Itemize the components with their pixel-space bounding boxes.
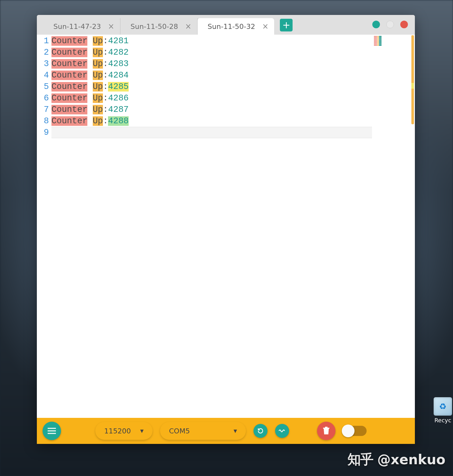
line-number: 6 — [37, 92, 49, 104]
token-counter: Counter — [51, 116, 87, 126]
tab-0[interactable]: Sun-11-47-23 × — [43, 18, 120, 35]
minimap-line — [374, 38, 413, 39]
line-number: 3 — [37, 58, 49, 70]
line-number: 2 — [37, 47, 49, 58]
code-line: Counter Up:4287 — [51, 104, 372, 115]
minimap-line — [374, 42, 413, 43]
token-sep: : — [103, 93, 108, 103]
tab-bar: Sun-11-47-23 × Sun-11-50-28 × Sun-11-50-… — [43, 15, 274, 35]
wave-icon — [279, 429, 286, 433]
tab-label: Sun-11-50-32 — [208, 23, 255, 31]
toggle-knob — [342, 425, 355, 437]
port-select[interactable]: COM5 ▼ — [160, 422, 246, 440]
token-sep: : — [103, 105, 108, 114]
token-up: Up — [93, 116, 103, 126]
menu-button[interactable] — [43, 422, 61, 440]
code-line: Counter Up:4288 — [51, 115, 372, 127]
line-number: 1 — [37, 35, 49, 47]
token-value: 4284 — [108, 71, 129, 80]
close-window-button[interactable] — [400, 21, 408, 28]
delete-button[interactable] — [317, 422, 335, 440]
refresh-icon — [257, 428, 264, 434]
close-icon[interactable]: × — [185, 23, 191, 30]
tab-2[interactable]: Sun-11-50-32 × — [198, 18, 274, 35]
editor-area: 1 2 3 4 5 6 7 8 9 Counter Up:4281Counter… — [37, 35, 415, 418]
token-counter: Counter — [51, 59, 87, 69]
tab-1[interactable]: Sun-11-50-28 × — [120, 18, 198, 35]
token-counter: Counter — [51, 105, 87, 114]
tab-label: Sun-11-47-23 — [53, 23, 101, 31]
token-value: 4285 — [108, 82, 129, 92]
baud-value: 115200 — [104, 427, 131, 435]
token-value: 4287 — [108, 105, 129, 114]
minimap-line — [374, 41, 413, 42]
minimap[interactable] — [372, 35, 415, 418]
titlebar[interactable]: Sun-11-47-23 × Sun-11-50-28 × Sun-11-50-… — [37, 15, 415, 35]
token-up: Up — [93, 48, 103, 57]
bottom-toolbar: 115200 ▼ COM5 ▼ — [37, 418, 415, 444]
code-line: Counter Up:4282 — [51, 47, 372, 58]
token-up: Up — [93, 71, 103, 80]
line-number: 5 — [37, 81, 49, 92]
code-line: Counter Up:4281 — [51, 35, 372, 47]
recycle-bin[interactable]: ♻ Recyc — [431, 397, 453, 424]
refresh-button[interactable] — [254, 424, 267, 438]
token-counter: Counter — [51, 82, 87, 92]
close-icon[interactable]: × — [262, 23, 268, 30]
token-up: Up — [93, 105, 103, 114]
add-tab-button[interactable]: + — [280, 19, 293, 31]
watermark-handle: @xenkuo — [377, 452, 445, 467]
token-sep: : — [103, 71, 108, 80]
chevron-down-icon: ▼ — [140, 428, 144, 433]
text-editor[interactable]: 1 2 3 4 5 6 7 8 9 Counter Up:4281Counter… — [37, 35, 372, 418]
code-line: Counter Up:4286 — [51, 92, 372, 104]
minimap-scrollbar[interactable] — [411, 35, 414, 124]
token-up: Up — [93, 82, 103, 92]
trash-icon — [323, 427, 330, 435]
token-up: Up — [93, 36, 103, 46]
token-value: 4282 — [108, 48, 129, 57]
code-line: Counter Up:4285 — [51, 81, 372, 92]
minimap-line — [374, 36, 413, 37]
minimap-line — [374, 37, 413, 38]
token-sep: : — [103, 116, 108, 126]
code-line-current[interactable] — [51, 127, 372, 138]
hamburger-icon — [48, 428, 56, 434]
code-body[interactable]: Counter Up:4281Counter Up:4282Counter Up… — [51, 35, 372, 418]
baud-select[interactable]: 115200 ▼ — [95, 422, 152, 440]
minimize-button[interactable] — [372, 21, 380, 28]
zhihu-logo: 知乎 — [348, 451, 373, 468]
token-sep: : — [103, 82, 108, 92]
token-value: 4283 — [108, 59, 129, 69]
watermark: 知乎 @xenkuo — [348, 451, 445, 468]
token-up: Up — [93, 59, 103, 69]
token-value: 4286 — [108, 93, 129, 103]
token-sep: : — [103, 48, 108, 57]
app-window: Sun-11-47-23 × Sun-11-50-28 × Sun-11-50-… — [37, 15, 415, 444]
token-value: 4288 — [108, 116, 129, 126]
token-counter: Counter — [51, 93, 87, 103]
plus-icon: + — [282, 20, 290, 30]
line-number: 4 — [37, 70, 49, 81]
token-counter: Counter — [51, 48, 87, 57]
token-up: Up — [93, 93, 103, 103]
code-line: Counter Up:4283 — [51, 58, 372, 70]
line-number: 8 — [37, 115, 49, 127]
window-controls — [372, 21, 408, 28]
maximize-button[interactable] — [386, 21, 394, 28]
line-number: 9 — [37, 127, 49, 138]
toggle-switch[interactable] — [343, 426, 367, 436]
code-line: Counter Up:4284 — [51, 70, 372, 81]
close-icon[interactable]: × — [108, 23, 114, 30]
port-value: COM5 — [169, 427, 190, 435]
connect-button[interactable] — [275, 424, 289, 438]
line-number: 7 — [37, 104, 49, 115]
token-counter: Counter — [51, 36, 87, 46]
token-counter: Counter — [51, 71, 87, 80]
minimap-marker — [411, 83, 414, 89]
recycle-bin-label: Recyc — [434, 417, 451, 424]
token-sep: : — [103, 59, 108, 69]
minimap-line — [374, 44, 413, 44]
line-gutter: 1 2 3 4 5 6 7 8 9 — [37, 35, 51, 418]
recycle-bin-icon: ♻ — [434, 397, 452, 416]
